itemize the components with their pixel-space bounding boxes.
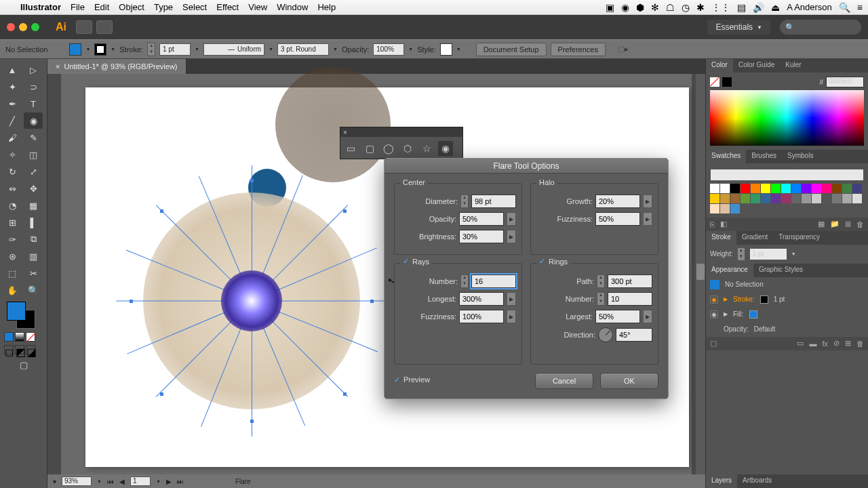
pencil-tool[interactable]: ✎ — [24, 129, 43, 146]
evernote-icon[interactable]: ✻ — [651, 2, 659, 13]
bridge-button[interactable] — [76, 20, 92, 34]
vertical-scrollbar[interactable] — [696, 74, 705, 474]
rings-number-input[interactable] — [608, 292, 652, 306]
chevron-down-icon[interactable]: ▼ — [269, 47, 273, 52]
swatch-item[interactable] — [771, 184, 781, 193]
swatch-item[interactable] — [852, 194, 862, 203]
halo-fuzziness-slider-icon[interactable]: ▶ — [643, 212, 652, 226]
user-name[interactable]: A Anderson — [787, 2, 832, 12]
brightness-input[interactable] — [459, 230, 504, 243]
zoom-tool[interactable]: 🔍 — [24, 282, 43, 298]
cancel-button[interactable]: Cancel — [535, 373, 593, 389]
menu-file[interactable]: File — [71, 2, 85, 12]
document-tab[interactable]: × Untitled-1* @ 93% (RGB/Preview) — [47, 59, 186, 74]
scale-tool[interactable]: ⤢ — [24, 163, 43, 180]
width-tool[interactable]: ⇔ — [3, 180, 22, 197]
hex-input[interactable]: 0085E0 — [826, 77, 864, 87]
swatch-item[interactable] — [710, 194, 719, 203]
swatch-item[interactable] — [730, 194, 740, 203]
swatch-item[interactable] — [791, 184, 801, 193]
swatch-item[interactable] — [771, 194, 781, 203]
symbol-sprayer-tool[interactable]: ⊛ — [3, 248, 22, 264]
chevron-down-icon[interactable]: ▼ — [408, 47, 413, 52]
brush-select[interactable]: 3 pt. Round — [277, 43, 329, 56]
swatch-item[interactable] — [761, 184, 770, 193]
volume-icon[interactable]: 🔊 — [753, 2, 764, 13]
tab-appearance[interactable]: Appearance — [706, 264, 753, 277]
menu-edit[interactable]: Edit — [94, 2, 109, 12]
menu-help[interactable]: Help — [317, 2, 336, 12]
draw-behind-button[interactable]: ◩ — [15, 345, 24, 354]
tab-brushes[interactable]: Brushes — [746, 150, 782, 163]
workspace-switcher[interactable]: Essentials ▼ — [707, 20, 770, 35]
stroke-weight-stepper[interactable]: ▲▼ — [737, 247, 745, 261]
tab-symbols[interactable]: Symbols — [782, 150, 818, 163]
panel-stroke-swatch[interactable] — [722, 77, 732, 87]
panel-fill-swatch[interactable] — [710, 77, 719, 87]
flare-tool[interactable]: ◉ — [24, 113, 43, 129]
perspective-grid-tool[interactable]: ▦ — [24, 197, 43, 214]
notification-icon[interactable]: ☖ — [666, 2, 675, 13]
swatch-item[interactable] — [812, 194, 821, 203]
fill-color-chip[interactable] — [749, 310, 757, 319]
stroke-weight-stepper[interactable]: ▲▼ — [147, 43, 155, 56]
arrange-documents-button[interactable] — [96, 20, 113, 34]
fill-swatch[interactable] — [69, 43, 81, 56]
appearance-opacity-row[interactable]: Opacity: Default — [706, 322, 868, 337]
diameter-input[interactable] — [471, 195, 516, 208]
flare-artwork[interactable] — [133, 182, 370, 420]
visibility-toggle[interactable]: ◉ — [710, 296, 718, 304]
stroke-weight-panel-input[interactable]: 1 pt — [749, 248, 787, 260]
swatch-item[interactable] — [741, 184, 750, 193]
line-segment-tool[interactable]: ╱ — [3, 113, 22, 129]
preview-checkbox[interactable]: ✓ — [394, 375, 400, 384]
fill-color-swatch[interactable] — [7, 302, 26, 321]
chevron-down-icon[interactable]: ▼ — [156, 479, 161, 484]
tab-artboards[interactable]: Artboards — [737, 474, 777, 488]
shape-builder-tool[interactable]: ◔ — [3, 197, 22, 214]
add-effect-icon[interactable]: fx — [822, 340, 828, 348]
rotate-tool[interactable]: ↻ — [3, 163, 22, 180]
pen-tool[interactable]: ✒ — [3, 96, 22, 112]
path-stepper[interactable]: ▲▼ — [597, 274, 605, 288]
swatch-item[interactable] — [832, 194, 842, 203]
paintbrush-tool[interactable]: 🖌 — [3, 129, 22, 146]
opacity-input[interactable]: 100% — [373, 43, 404, 56]
settings-icon[interactable]: ✱ — [696, 2, 705, 13]
stroke-profile-select[interactable]: — Uniform — [203, 43, 264, 56]
minimize-window-button[interactable] — [19, 23, 27, 31]
hand-tool[interactable]: ✋ — [3, 282, 22, 298]
rings-number-stepper[interactable]: ▲▼ — [597, 292, 605, 306]
appearance-fill-row[interactable]: ◉ ▶ Fill: — [706, 307, 868, 322]
diameter-stepper[interactable]: ▲▼ — [460, 195, 469, 208]
swatch-item[interactable] — [730, 204, 740, 214]
chevron-down-icon[interactable]: ▼ — [195, 47, 199, 52]
clear-icon[interactable]: ⊘ — [833, 339, 840, 348]
eject-icon[interactable]: ⏏ — [771, 2, 780, 13]
next-page-icon[interactable]: ▶ — [166, 478, 172, 485]
brightness-slider-icon[interactable]: ▶ — [507, 230, 516, 243]
triangle-icon[interactable]: ▶ — [724, 296, 728, 302]
preferences-button[interactable]: Preferences — [551, 43, 606, 56]
apple-logo-icon[interactable] — [5, 3, 15, 12]
growth-slider-icon[interactable]: ▶ — [643, 195, 652, 208]
menu-object[interactable]: Object — [119, 2, 144, 12]
menu-view[interactable]: View — [248, 2, 267, 12]
swatch-item[interactable] — [781, 184, 791, 193]
tab-color[interactable]: Color — [706, 59, 733, 73]
rays-checkbox[interactable]: ✓ — [403, 257, 409, 266]
add-fill-icon[interactable]: ▬ — [809, 340, 816, 348]
clock-icon[interactable]: ◷ — [682, 2, 690, 13]
swatch-item[interactable] — [720, 204, 730, 214]
screen-mode-button[interactable]: ▢ — [3, 357, 44, 373]
direction-input[interactable] — [616, 328, 652, 342]
flare-ring-artwork[interactable] — [275, 67, 391, 182]
color-spectrum[interactable] — [710, 90, 864, 146]
zoom-out-icon[interactable]: ▾ — [53, 478, 56, 485]
swatch-item[interactable] — [730, 184, 740, 193]
swatch-item[interactable] — [802, 194, 811, 203]
path-input[interactable] — [608, 274, 652, 288]
gradient-tool[interactable]: ▌ — [24, 214, 43, 230]
artboard-tool[interactable]: ⬚ — [3, 265, 22, 281]
blob-brush-tool[interactable]: ✧ — [3, 146, 22, 163]
